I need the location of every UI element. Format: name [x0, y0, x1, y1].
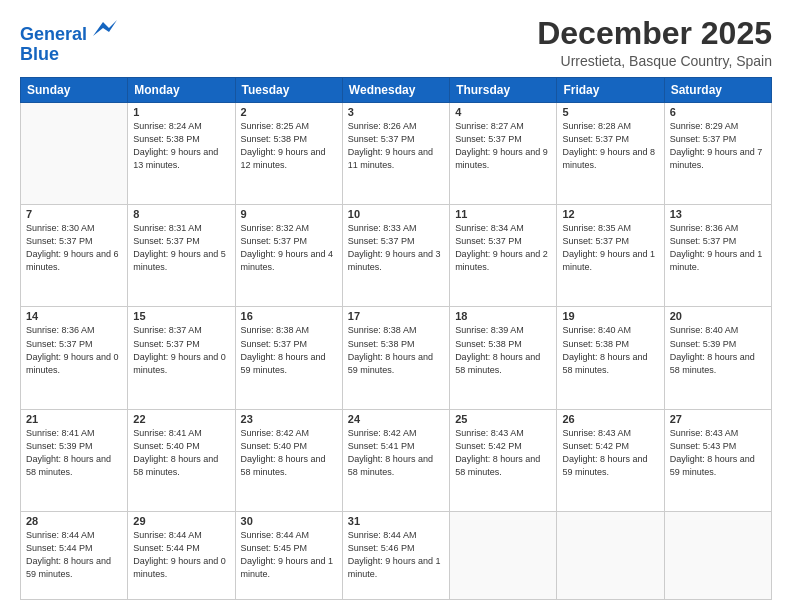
- day-info: Sunrise: 8:38 AMSunset: 5:38 PMDaylight:…: [348, 324, 444, 376]
- day-info: Sunrise: 8:43 AMSunset: 5:42 PMDaylight:…: [455, 427, 551, 479]
- logo-line1: General: [20, 24, 87, 44]
- day-number: 16: [241, 310, 337, 322]
- col-sunday: Sunday: [21, 78, 128, 103]
- day-number: 20: [670, 310, 766, 322]
- day-number: 15: [133, 310, 229, 322]
- day-cell: 14Sunrise: 8:36 AMSunset: 5:37 PMDayligh…: [21, 307, 128, 409]
- day-cell: 12Sunrise: 8:35 AMSunset: 5:37 PMDayligh…: [557, 205, 664, 307]
- day-number: 23: [241, 413, 337, 425]
- day-info: Sunrise: 8:38 AMSunset: 5:37 PMDaylight:…: [241, 324, 337, 376]
- day-cell: 6Sunrise: 8:29 AMSunset: 5:37 PMDaylight…: [664, 103, 771, 205]
- day-cell: 24Sunrise: 8:42 AMSunset: 5:41 PMDayligh…: [342, 409, 449, 511]
- col-thursday: Thursday: [450, 78, 557, 103]
- day-number: 4: [455, 106, 551, 118]
- day-info: Sunrise: 8:34 AMSunset: 5:37 PMDaylight:…: [455, 222, 551, 274]
- day-info: Sunrise: 8:28 AMSunset: 5:37 PMDaylight:…: [562, 120, 658, 172]
- week-row-4: 28Sunrise: 8:44 AMSunset: 5:44 PMDayligh…: [21, 511, 772, 599]
- day-info: Sunrise: 8:35 AMSunset: 5:37 PMDaylight:…: [562, 222, 658, 274]
- day-info: Sunrise: 8:24 AMSunset: 5:38 PMDaylight:…: [133, 120, 229, 172]
- day-number: 31: [348, 515, 444, 527]
- day-info: Sunrise: 8:33 AMSunset: 5:37 PMDaylight:…: [348, 222, 444, 274]
- day-cell: 27Sunrise: 8:43 AMSunset: 5:43 PMDayligh…: [664, 409, 771, 511]
- day-number: 28: [26, 515, 122, 527]
- day-cell: 2Sunrise: 8:25 AMSunset: 5:38 PMDaylight…: [235, 103, 342, 205]
- day-cell: 13Sunrise: 8:36 AMSunset: 5:37 PMDayligh…: [664, 205, 771, 307]
- day-info: Sunrise: 8:25 AMSunset: 5:38 PMDaylight:…: [241, 120, 337, 172]
- day-number: 24: [348, 413, 444, 425]
- day-info: Sunrise: 8:32 AMSunset: 5:37 PMDaylight:…: [241, 222, 337, 274]
- day-number: 13: [670, 208, 766, 220]
- day-info: Sunrise: 8:44 AMSunset: 5:46 PMDaylight:…: [348, 529, 444, 581]
- day-cell: 19Sunrise: 8:40 AMSunset: 5:38 PMDayligh…: [557, 307, 664, 409]
- day-cell: 3Sunrise: 8:26 AMSunset: 5:37 PMDaylight…: [342, 103, 449, 205]
- day-cell: 16Sunrise: 8:38 AMSunset: 5:37 PMDayligh…: [235, 307, 342, 409]
- day-number: 1: [133, 106, 229, 118]
- month-title: December 2025: [537, 16, 772, 51]
- day-number: 8: [133, 208, 229, 220]
- day-info: Sunrise: 8:42 AMSunset: 5:40 PMDaylight:…: [241, 427, 337, 479]
- week-row-2: 14Sunrise: 8:36 AMSunset: 5:37 PMDayligh…: [21, 307, 772, 409]
- day-number: 2: [241, 106, 337, 118]
- day-number: 17: [348, 310, 444, 322]
- day-info: Sunrise: 8:39 AMSunset: 5:38 PMDaylight:…: [455, 324, 551, 376]
- week-row-1: 7Sunrise: 8:30 AMSunset: 5:37 PMDaylight…: [21, 205, 772, 307]
- day-cell: 29Sunrise: 8:44 AMSunset: 5:44 PMDayligh…: [128, 511, 235, 599]
- day-info: Sunrise: 8:43 AMSunset: 5:42 PMDaylight:…: [562, 427, 658, 479]
- logo: General Blue: [20, 20, 117, 65]
- day-number: 9: [241, 208, 337, 220]
- day-info: Sunrise: 8:43 AMSunset: 5:43 PMDaylight:…: [670, 427, 766, 479]
- day-number: 6: [670, 106, 766, 118]
- week-row-3: 21Sunrise: 8:41 AMSunset: 5:39 PMDayligh…: [21, 409, 772, 511]
- day-number: 14: [26, 310, 122, 322]
- calendar-table: Sunday Monday Tuesday Wednesday Thursday…: [20, 77, 772, 600]
- day-info: Sunrise: 8:31 AMSunset: 5:37 PMDaylight:…: [133, 222, 229, 274]
- day-cell: 30Sunrise: 8:44 AMSunset: 5:45 PMDayligh…: [235, 511, 342, 599]
- day-cell: [21, 103, 128, 205]
- day-cell: 17Sunrise: 8:38 AMSunset: 5:38 PMDayligh…: [342, 307, 449, 409]
- day-number: 19: [562, 310, 658, 322]
- day-info: Sunrise: 8:27 AMSunset: 5:37 PMDaylight:…: [455, 120, 551, 172]
- col-saturday: Saturday: [664, 78, 771, 103]
- day-cell: 7Sunrise: 8:30 AMSunset: 5:37 PMDaylight…: [21, 205, 128, 307]
- day-number: 25: [455, 413, 551, 425]
- day-info: Sunrise: 8:40 AMSunset: 5:39 PMDaylight:…: [670, 324, 766, 376]
- day-info: Sunrise: 8:26 AMSunset: 5:37 PMDaylight:…: [348, 120, 444, 172]
- day-number: 21: [26, 413, 122, 425]
- day-info: Sunrise: 8:29 AMSunset: 5:37 PMDaylight:…: [670, 120, 766, 172]
- day-cell: 10Sunrise: 8:33 AMSunset: 5:37 PMDayligh…: [342, 205, 449, 307]
- day-info: Sunrise: 8:44 AMSunset: 5:45 PMDaylight:…: [241, 529, 337, 581]
- day-number: 10: [348, 208, 444, 220]
- day-cell: 18Sunrise: 8:39 AMSunset: 5:38 PMDayligh…: [450, 307, 557, 409]
- day-info: Sunrise: 8:37 AMSunset: 5:37 PMDaylight:…: [133, 324, 229, 376]
- day-cell: 11Sunrise: 8:34 AMSunset: 5:37 PMDayligh…: [450, 205, 557, 307]
- day-number: 18: [455, 310, 551, 322]
- day-cell: 1Sunrise: 8:24 AMSunset: 5:38 PMDaylight…: [128, 103, 235, 205]
- header: General Blue December 2025 Urrestieta, B…: [20, 16, 772, 69]
- day-cell: 9Sunrise: 8:32 AMSunset: 5:37 PMDaylight…: [235, 205, 342, 307]
- day-cell: [557, 511, 664, 599]
- logo-line2: Blue: [20, 45, 117, 65]
- day-cell: 31Sunrise: 8:44 AMSunset: 5:46 PMDayligh…: [342, 511, 449, 599]
- day-cell: 5Sunrise: 8:28 AMSunset: 5:37 PMDaylight…: [557, 103, 664, 205]
- day-cell: 25Sunrise: 8:43 AMSunset: 5:42 PMDayligh…: [450, 409, 557, 511]
- col-monday: Monday: [128, 78, 235, 103]
- logo-bird-icon: [89, 18, 117, 40]
- day-number: 3: [348, 106, 444, 118]
- day-info: Sunrise: 8:44 AMSunset: 5:44 PMDaylight:…: [133, 529, 229, 581]
- day-info: Sunrise: 8:42 AMSunset: 5:41 PMDaylight:…: [348, 427, 444, 479]
- col-tuesday: Tuesday: [235, 78, 342, 103]
- day-number: 29: [133, 515, 229, 527]
- day-info: Sunrise: 8:44 AMSunset: 5:44 PMDaylight:…: [26, 529, 122, 581]
- day-cell: 23Sunrise: 8:42 AMSunset: 5:40 PMDayligh…: [235, 409, 342, 511]
- logo-text: General: [20, 20, 117, 45]
- day-number: 22: [133, 413, 229, 425]
- day-number: 26: [562, 413, 658, 425]
- col-friday: Friday: [557, 78, 664, 103]
- day-number: 7: [26, 208, 122, 220]
- day-number: 12: [562, 208, 658, 220]
- day-cell: [664, 511, 771, 599]
- day-number: 5: [562, 106, 658, 118]
- location: Urrestieta, Basque Country, Spain: [537, 53, 772, 69]
- day-info: Sunrise: 8:36 AMSunset: 5:37 PMDaylight:…: [26, 324, 122, 376]
- day-info: Sunrise: 8:41 AMSunset: 5:40 PMDaylight:…: [133, 427, 229, 479]
